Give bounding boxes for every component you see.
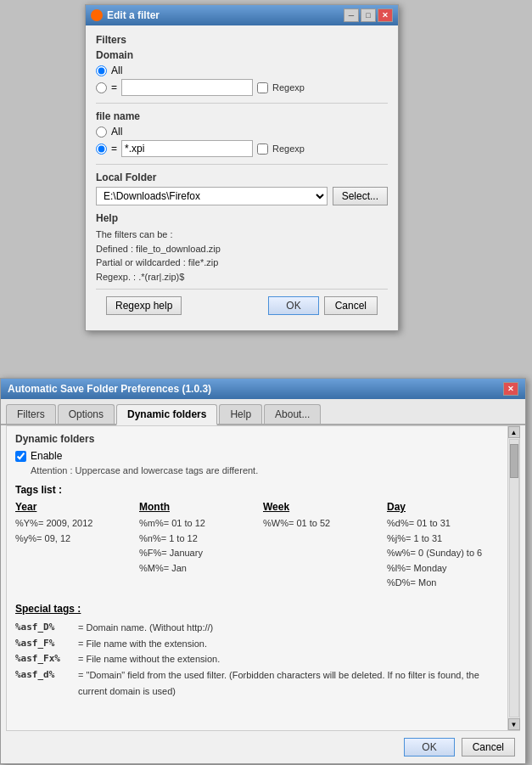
prefs-footer: OK Cancel [1,731,525,763]
day-heading: Day [387,501,511,513]
scroll-up-btn[interactable]: ▲ [508,426,520,438]
tags-grid: Year %Y%= 2009, 2012 %y%= 09, 12 Month %… [15,501,511,591]
special-tag-1: %asf_F% = File name with the extension. [15,636,511,652]
enable-label: Enable [31,450,62,462]
edit-filter-dialog: Edit a filter ─ □ ✕ Filters Domain All =… [85,4,399,331]
filename-label: file name [96,110,388,122]
enable-row: Enable [15,450,511,462]
special-tag-key-2: %asf_Fx% [15,651,75,667]
prefs-title: Automatic Save Folder Preferences (1.0.3… [8,383,211,395]
prefs-cancel-button[interactable]: Cancel [462,738,515,757]
tab-options[interactable]: Options [58,404,115,424]
day-item-0: %d%= 01 to 31 [387,516,511,532]
cancel-button[interactable]: Cancel [324,296,378,315]
filters-label: Filters [96,34,388,46]
special-tags-title: Special tags : [15,603,511,615]
help-line2: Defined : file_to_download.zip [96,242,388,256]
special-tag-desc-3: = "Domain" field from the used filter. (… [78,667,511,699]
edit-filter-title: Edit a filter [107,9,160,21]
regexp-help-button[interactable]: Regexp help [106,296,182,315]
domain-all-label: All [111,65,122,76]
divider1 [96,103,388,104]
domain-label: Domain [96,49,388,61]
select-button[interactable]: Select... [333,187,388,205]
domain-all-radio[interactable] [96,65,107,76]
special-tag-desc-1: = File name with the extension. [78,636,207,652]
local-folder-row: E:\Downloads\Firefox Select... [96,187,388,205]
week-item-0: %W%= 01 to 52 [263,516,387,532]
domain-all-row: All [96,65,388,76]
special-tag-desc-0: = Domain name. (Without http://) [78,620,213,636]
help-line4: Regexp. : .*(rar|.zip)$ [96,270,388,284]
month-item-2: %F%= January [139,546,263,561]
close-btn[interactable]: ✕ [378,8,393,22]
prefs-content: Dynamic folders Enable Attention : Upper… [6,425,520,731]
special-tag-key-0: %asf_D% [15,620,75,636]
edit-filter-body: Filters Domain All = Regexp file name Al… [86,25,398,330]
dynamic-folders-title: Dynamic folders [15,433,511,445]
firefox-icon [91,9,103,21]
edit-filter-footer: Regexp help OK Cancel [96,289,388,322]
prefs-titlebar: Automatic Save Folder Preferences (1.0.3… [1,379,525,399]
ok-button[interactable]: OK [268,296,318,315]
year-heading: Year [15,501,139,513]
day-item-4: %D%= Mon [387,576,511,591]
filename-all-row: All [96,126,388,138]
month-heading: Month [139,501,263,513]
minimize-btn[interactable]: ─ [344,8,359,22]
tab-help[interactable]: Help [219,404,262,424]
year-item-1: %y%= 09, 12 [15,532,139,547]
year-item-0: %Y%= 2009, 2012 [15,516,139,532]
filename-all-label: All [111,126,122,138]
filename-eq-label: = [111,143,117,155]
special-tag-0: %asf_D% = Domain name. (Without http://) [15,620,511,636]
domain-regexp-checkbox[interactable] [257,82,268,93]
tab-about[interactable]: About... [264,404,321,424]
help-line3: Partial or wildcarded : file*.zip [96,256,388,270]
prefs-dialog: Automatic Save Folder Preferences (1.0.3… [0,378,526,764]
tab-filters[interactable]: Filters [6,404,56,424]
filename-all-radio[interactable] [96,127,107,138]
folder-select[interactable]: E:\Downloads\Firefox [96,187,328,205]
week-heading: Week [263,501,387,513]
year-col: Year %Y%= 2009, 2012 %y%= 09, 12 [15,501,139,591]
filename-regexp-label: Regexp [272,143,305,154]
day-col: Day %d%= 01 to 31 %j%= 1 to 31 %w%= 0 (S… [387,501,511,591]
tags-list-title: Tags list : [15,484,511,496]
special-tag-key-3: %asf_d% [15,667,75,699]
special-tag-key-1: %asf_F% [15,636,75,652]
help-section: Help The filters can be : Defined : file… [96,212,388,284]
scroll-down-btn[interactable]: ▼ [508,718,520,730]
prefs-ok-button[interactable]: OK [404,738,454,757]
help-label: Help [96,212,388,224]
enable-checkbox[interactable] [15,451,26,462]
filename-eq-radio[interactable] [96,143,107,155]
month-col: Month %m%= 01 to 12 %n%= 1 to 12 %F%= Ja… [139,501,263,591]
day-item-2: %w%= 0 (Sunday) to 6 [387,546,511,561]
help-line1: The filters can be : [96,228,388,242]
filename-text-input[interactable] [121,140,253,157]
domain-eq-row: = Regexp [96,79,388,96]
scroll-track[interactable] [509,439,519,717]
month-item-0: %m%= 01 to 12 [139,516,263,532]
special-tag-desc-2: = File name without the extension. [78,651,220,667]
edit-filter-titlebar: Edit a filter ─ □ ✕ [86,5,398,25]
week-col: Week %W%= 01 to 52 [263,501,387,591]
domain-text-input[interactable] [121,79,253,96]
domain-eq-radio[interactable] [96,82,107,93]
filename-regexp-checkbox[interactable] [257,143,268,155]
day-item-3: %l%= Monday [387,561,511,577]
domain-eq-label: = [111,82,117,93]
month-item-1: %n%= 1 to 12 [139,532,263,547]
domain-regexp-label: Regexp [272,82,305,93]
divider2 [96,164,388,165]
tab-dynamic-folders[interactable]: Dynamic folders [116,404,217,425]
scroll-thumb[interactable] [510,444,518,478]
special-tags-section: Special tags : %asf_D% = Domain name. (W… [15,603,511,699]
maximize-btn[interactable]: □ [361,8,376,22]
scrollbar[interactable]: ▲ ▼ [507,426,519,730]
special-tag-3: %asf_d% = "Domain" field from the used f… [15,667,511,699]
prefs-close-btn[interactable]: ✕ [503,382,518,396]
filename-eq-row: = Regexp [96,140,388,157]
day-item-1: %j%= 1 to 31 [387,532,511,547]
